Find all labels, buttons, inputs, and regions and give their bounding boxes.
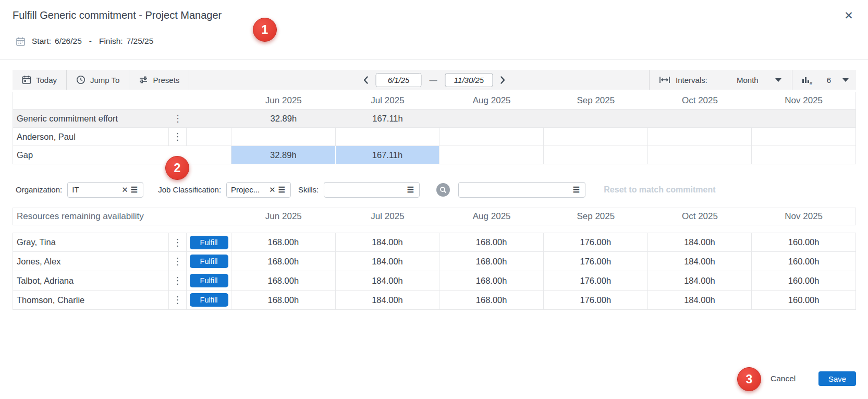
intervals-label: Intervals: [676,76,707,84]
today-button[interactable]: Today [13,70,67,90]
month-header: Oct 2025 [648,208,752,225]
fulfill-button[interactable]: Fulfill [190,293,228,307]
resource-filter-bar: Organization: IT ✕ ☰ Job Classification:… [16,182,716,198]
fulfill-button[interactable]: Fulfill [190,255,228,268]
start-label: Start: [32,37,51,46]
availability-cell: 160.00h [752,291,856,310]
fulfill-button[interactable]: Fulfill [190,236,228,249]
organization-value: IT [72,185,120,194]
commitment-date-range: Start: 6/26/25 - Finish: 7/25/25 [16,34,153,48]
start-date: 6/26/25 [55,37,82,46]
interval-select[interactable]: Month [737,76,781,84]
resource-name: Jones, Alex [13,252,169,271]
toolbar-left-group: Today Jump To Presets [13,70,189,90]
action-cell [187,110,231,128]
list-menu-icon[interactable]: ☰ [130,185,139,195]
gap-cell-highlighted: 32.89h [231,146,336,164]
toolbar-right-group: Intervals: Month # 6 [649,70,856,90]
search-icon[interactable] [436,183,450,197]
kebab-menu-icon[interactable]: ⋮ [169,128,186,146]
effort-cell [544,110,648,128]
fulfill-button[interactable]: Fulfill [190,274,228,287]
availability-cell: 168.00h [231,271,336,291]
skills-field[interactable]: ☰ [324,182,420,198]
month-header: Oct 2025 [648,92,752,110]
next-range-button[interactable] [498,75,508,86]
jump-to-button[interactable]: Jump To [67,70,129,90]
allocation-cell [544,128,648,146]
resource-row: Gray, Tina ⋮ Fulfill 168.00h 184.00h 168… [13,233,856,252]
reset-to-match-commitment-button[interactable]: Reset to match commitment [604,185,715,195]
chevron-left-icon [362,76,370,84]
kebab-menu-icon[interactable]: ⋮ [169,110,187,127]
kebab-menu-icon[interactable]: ⋮ [169,271,186,290]
chevron-right-icon [499,76,507,84]
gap-cell-highlighted: 167.11h [336,146,440,164]
cancel-button[interactable]: Cancel [767,371,799,386]
list-menu-icon[interactable]: ☰ [406,185,415,195]
chevron-down-icon [842,78,849,82]
availability-cell: 184.00h [648,233,752,252]
range-dash: — [430,76,437,84]
annotation-badge-1: 1 [253,18,277,42]
chevron-down-icon [775,78,781,82]
interval-count-value: 6 [827,76,831,84]
organization-field[interactable]: IT ✕ ☰ [67,182,143,198]
list-menu-icon[interactable]: ☰ [572,185,581,195]
intervals-icon [659,76,670,84]
availability-cell: 168.00h [231,252,336,271]
save-button[interactable]: Save [818,371,856,386]
gap-cell [648,146,752,164]
resource-name: Talbot, Adriana [13,271,169,291]
availability-cell: 168.00h [439,291,544,310]
resource-row: Thomson, Charlie ⋮ Fulfill 168.00h 184.0… [13,291,856,310]
list-menu-icon[interactable]: ☰ [277,185,286,195]
month-header: Nov 2025 [752,92,856,110]
resource-name: Gray, Tina [13,233,169,252]
effort-cell [439,110,544,128]
interval-count-select[interactable]: # 6 [792,70,849,90]
month-header: Aug 2025 [439,92,544,110]
range-end-input[interactable] [445,73,493,87]
jump-to-label: Jump To [90,76,119,84]
month-header: Nov 2025 [752,208,856,225]
availability-cell: 184.00h [648,271,752,291]
prev-range-button[interactable] [361,75,371,86]
organization-label: Organization: [16,185,62,194]
kebab-menu-icon[interactable]: ⋮ [169,291,186,309]
availability-cell: 168.00h [231,233,336,252]
resources-title: Resources remaining availability [13,208,231,225]
range-start-input[interactable] [376,73,422,87]
job-classification-label: Job Classification: [158,185,221,194]
header-spacer [13,92,231,110]
availability-cell: 176.00h [544,252,648,271]
kebab-menu-icon[interactable]: ⋮ [169,252,186,271]
timeline-toolbar: Today Jump To Presets — [13,70,856,90]
clock-icon [76,75,85,84]
availability-cell: 184.00h [648,291,752,310]
resource-row: Jones, Alex ⋮ Fulfill 168.00h 184.00h 16… [13,252,856,271]
interval-value: Month [737,76,759,84]
month-header: Jul 2025 [336,92,440,110]
availability-cell: 176.00h [544,291,648,310]
resource-search-field[interactable]: ☰ [458,182,585,198]
allocation-cell [439,128,544,146]
clear-icon[interactable]: ✕ [120,185,130,195]
gap-row: Gap 32.89h 167.11h [13,146,856,164]
bar-chart-count-icon: # [802,75,813,85]
kebab-menu-icon[interactable]: ⋮ [169,233,186,251]
job-classification-value: Projec... [231,185,267,194]
commitment-table: Jun 2025 Jul 2025 Aug 2025 Sep 2025 Oct … [13,92,856,164]
resources-table-header: Resources remaining availability Jun 202… [13,208,856,225]
close-icon[interactable]: ✕ [840,7,857,24]
allocation-cell [336,128,440,146]
allocation-cell [752,128,856,146]
availability-cell: 184.00h [336,271,440,291]
job-classification-field[interactable]: Projec... ✕ ☰ [226,182,291,198]
effort-cell: 167.11h [336,110,440,128]
date-range-controls: — [361,73,508,87]
resource-name: Anderson, Paul [13,128,169,146]
presets-button[interactable]: Presets [129,70,189,90]
clear-icon[interactable]: ✕ [267,185,277,195]
annotation-badge-3: 3 [737,367,761,391]
